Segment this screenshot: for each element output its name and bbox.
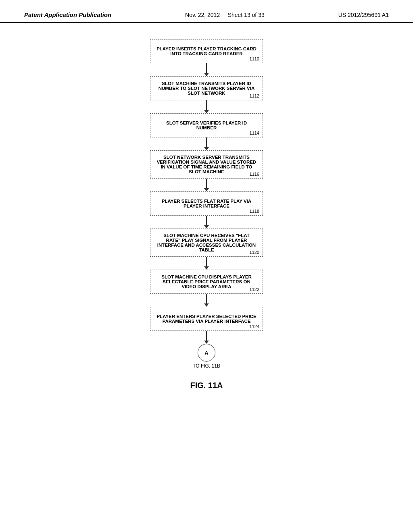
arrow-1116-1118: [204, 179, 209, 191]
flow-box-1114: SLOT SERVER VERIFIES PLAYER ID NUMBER 11…: [150, 113, 263, 137]
flow-box-1118: PLAYER SELECTS FLAT RATE PLAY VIA PLAYER…: [150, 191, 263, 216]
flow-box-1120: SLOT MACHINE CPU RECEIVES "FLAT RATE" PL…: [150, 229, 263, 257]
publication-title: Patent Application Publication: [24, 11, 111, 18]
flow-box-1112: SLOT MACHINE TRANSMITS PLAYER ID NUMBER …: [150, 76, 263, 100]
flowchart: PLAYER INSERTS PLAYER TRACKING CARD INTO…: [0, 35, 413, 398]
sheet-label: Sheet 13 of 33: [228, 12, 265, 18]
patent-number: US 2012/295691 A1: [338, 12, 389, 18]
arrow-1110-1112: [204, 63, 209, 76]
arrow-1114-1116: [204, 137, 209, 150]
arrow-1120-1122: [204, 257, 209, 270]
date-label: Nov. 22, 2012: [185, 12, 220, 18]
figure-title: FIG. 11A: [190, 381, 223, 390]
patent-page: Patent Application Publication Nov. 22, …: [0, 0, 413, 532]
flow-box-1110: PLAYER INSERTS PLAYER TRACKING CARD INTO…: [150, 39, 263, 63]
to-fig-label: TO FIG. 11B: [193, 363, 220, 369]
connector-a: A: [198, 344, 215, 362]
flow-box-1124: PLAYER ENTERS PLAYER SELECTED PRICE PARA…: [150, 307, 263, 331]
flow-box-1122: SLOT MACHINE CPU DISPLAYS PLAYER SELECTA…: [150, 270, 263, 294]
flow-box-1116: SLOT NETWORK SERVER TRANSMITS VERIFICATI…: [150, 150, 263, 179]
arrow-1118-1120: [204, 216, 209, 229]
arrow-1124-connector: [204, 331, 209, 344]
publication-date: Nov. 22, 2012 Sheet 13 of 33: [185, 12, 265, 18]
arrow-1112-1114: [204, 100, 209, 113]
page-header: Patent Application Publication Nov. 22, …: [0, 0, 413, 23]
arrow-1122-1124: [204, 294, 209, 307]
